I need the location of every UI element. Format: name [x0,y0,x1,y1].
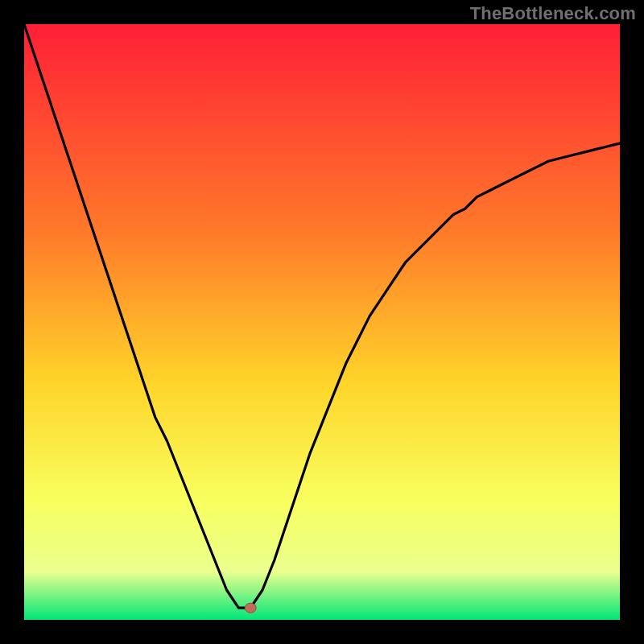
watermark-text: TheBottleneck.com [470,3,636,24]
bottleneck-chart [24,24,620,620]
chart-background-gradient [24,24,620,620]
optimum-marker [245,603,256,613]
